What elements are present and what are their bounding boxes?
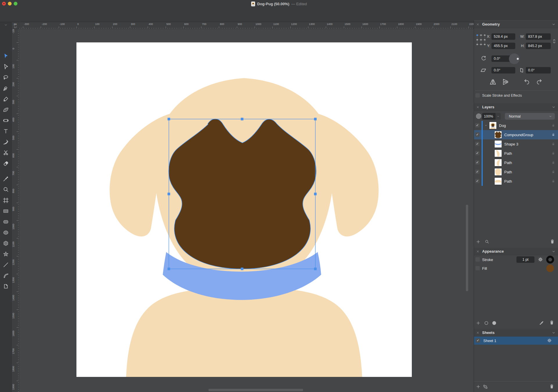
horizontal-scrollbar[interactable]	[208, 389, 303, 391]
selection-handle[interactable]	[241, 118, 244, 121]
selection-handle[interactable]	[314, 193, 317, 195]
layer-thumbnail[interactable]	[494, 177, 502, 185]
selection-handle[interactable]	[168, 118, 170, 121]
stroke-settings-gear-icon[interactable]	[537, 256, 543, 262]
knife-tool[interactable]	[2, 139, 9, 145]
y-input[interactable]: 455.5 px	[491, 43, 515, 49]
layer-visibility-checkbox[interactable]: ✓	[475, 132, 480, 137]
rectangle-tool[interactable]	[2, 208, 9, 215]
rotation-knob[interactable]	[509, 53, 520, 64]
close-icon[interactable]	[476, 249, 480, 253]
layer-visibility-checkbox[interactable]: ✓	[475, 142, 480, 146]
selection-handle[interactable]	[168, 268, 170, 270]
rounded-rectangle-tool[interactable]	[2, 218, 9, 225]
layer-visibility-checkbox[interactable]: ✓	[475, 123, 480, 127]
canvas-viewport[interactable]	[19, 29, 474, 392]
dog-body-shape[interactable]	[126, 287, 362, 377]
add-appearance-button[interactable]	[476, 321, 481, 326]
artboard-canvas[interactable]	[76, 42, 412, 377]
layer-visibility-checkbox[interactable]: ✓	[475, 151, 480, 155]
lock-icon[interactable]	[551, 151, 556, 156]
vertical-ruler[interactable]: -100010020030040050060070080090010001100…	[12, 29, 19, 392]
pen-tool[interactable]	[2, 85, 9, 92]
flip-vertical-button[interactable]	[502, 78, 509, 86]
layers-panel-header[interactable]: Layers	[474, 103, 558, 111]
palette-collapse-chevron-icon[interactable]	[4, 23, 8, 27]
add-layer-button[interactable]	[476, 239, 481, 244]
skew-input[interactable]: 0.0°	[526, 67, 551, 73]
x-input[interactable]: 528.4 px	[491, 33, 515, 40]
h-input[interactable]: 845.2 px	[526, 43, 551, 49]
layer-row-shape-3[interactable]: ✓Shape 3	[474, 139, 558, 149]
chevron-down-icon[interactable]	[551, 330, 556, 335]
layer-row-path[interactable]: ✓Path	[474, 167, 558, 177]
delete-appearance-button[interactable]	[549, 320, 555, 325]
appearance-panel-header[interactable]: Appearance	[474, 248, 558, 255]
zoom-tool[interactable]	[2, 186, 9, 193]
lock-icon[interactable]	[551, 169, 556, 174]
layer-expander-chevron-icon[interactable]	[484, 123, 488, 127]
search-layers-button[interactable]	[484, 239, 489, 244]
lock-icon[interactable]	[551, 179, 556, 184]
lock-icon[interactable]	[551, 132, 556, 137]
layer-thumbnail[interactable]	[494, 168, 502, 176]
brush-tool[interactable]	[2, 96, 9, 103]
eraser-tool[interactable]	[2, 160, 9, 167]
sheet-settings-gear-icon[interactable]	[547, 338, 552, 343]
sheets-panel-header[interactable]: Sheets	[474, 329, 558, 337]
lock-icon[interactable]	[551, 123, 556, 128]
undo-button[interactable]	[523, 78, 530, 86]
fill-color-swatch[interactable]	[546, 264, 554, 272]
layer-row-compoundgroup[interactable]: ✓CompoundGroup	[474, 130, 558, 139]
ruler-unit-corner[interactable]: px	[12, 22, 19, 29]
layer-thumbnail[interactable]	[494, 150, 502, 157]
sheet-visibility-checkbox[interactable]: ✓	[476, 338, 480, 343]
layer-visibility-checkbox[interactable]: ✓	[475, 179, 480, 183]
layer-row-path[interactable]: ✓Path	[474, 149, 558, 158]
layer-thumbnail[interactable]	[494, 131, 502, 139]
layer-thumbnail[interactable]	[489, 122, 497, 129]
sheet-row[interactable]: ✓ Sheet 1	[474, 337, 558, 345]
close-icon[interactable]	[476, 331, 480, 335]
opacity-dropdown-button[interactable]	[496, 113, 501, 120]
line-tool[interactable]	[2, 261, 9, 268]
artboard-tool[interactable]	[2, 197, 9, 204]
layer-thumbnail[interactable]	[494, 159, 502, 166]
close-icon[interactable]	[476, 22, 480, 26]
ellipse-tool[interactable]	[2, 229, 9, 236]
fill-checkbox[interactable]	[475, 266, 480, 270]
sheet-tool[interactable]	[2, 283, 9, 290]
layer-opacity-field[interactable]: 100%	[482, 113, 496, 120]
geometry-panel-header[interactable]: Geometry	[474, 21, 558, 28]
move-tool[interactable]	[2, 53, 9, 60]
w-input[interactable]: 837.8 px	[526, 33, 551, 40]
scale-stroke-checkbox[interactable]	[475, 93, 480, 98]
shape-builder-tool[interactable]	[2, 106, 9, 113]
chevron-down-icon[interactable]	[551, 105, 556, 109]
arc-tool[interactable]	[2, 272, 9, 279]
fill-tool[interactable]	[2, 117, 9, 124]
stroke-style-ring-icon[interactable]	[484, 320, 489, 326]
text-tool[interactable]	[2, 128, 9, 135]
selection-handle[interactable]	[241, 268, 244, 270]
layer-visibility-checkbox[interactable]: ✓	[475, 170, 480, 174]
delete-sheet-button[interactable]	[549, 384, 555, 389]
fill-style-dot-icon[interactable]	[491, 320, 497, 326]
link-dimensions-icon[interactable]	[552, 37, 557, 46]
stroke-checkbox[interactable]	[475, 257, 480, 262]
horizontal-ruler[interactable]: -300-200-1000100200300400500600700800900…	[19, 22, 474, 29]
stroke-width-field[interactable]: 1 pt	[516, 256, 534, 263]
layer-row-path[interactable]: ✓Path	[474, 177, 558, 186]
lasso-tool[interactable]	[2, 74, 9, 81]
chevron-down-icon[interactable]	[551, 22, 556, 27]
eyedropper-tool[interactable]	[2, 175, 9, 182]
direct-selection-tool[interactable]	[2, 63, 9, 70]
redo-button[interactable]	[536, 78, 543, 86]
polygon-tool[interactable]	[2, 240, 9, 247]
chevron-down-icon[interactable]	[551, 249, 556, 254]
blend-mode-dropdown[interactable]: Normal	[505, 113, 555, 120]
add-sheet-button[interactable]	[476, 384, 481, 389]
delete-layer-button[interactable]	[550, 239, 555, 244]
scissors-tool[interactable]	[2, 149, 9, 156]
layer-thumbnail[interactable]	[494, 140, 502, 148]
